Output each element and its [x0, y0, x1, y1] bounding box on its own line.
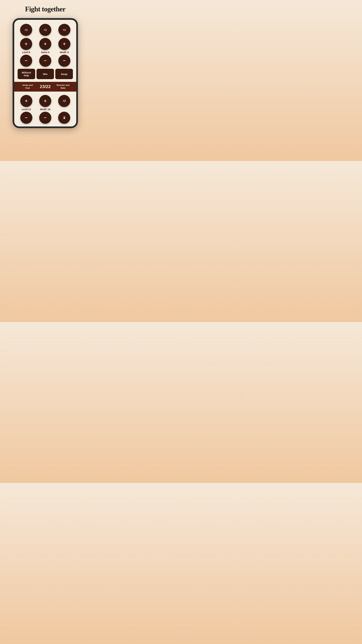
bottom-special-label — [64, 108, 64, 111]
level-minus-btn[interactable] — [20, 55, 32, 67]
plus-row: Level:9 Items:4 — [17, 38, 73, 67]
items-plus-icon — [44, 41, 46, 46]
bottom-col-special — [56, 95, 73, 124]
bottom-modif-label: Modif.:10 — [40, 108, 50, 111]
bottom-level-minus-icon — [25, 115, 27, 120]
items-x1-icon — [44, 28, 47, 32]
level-label: Level:9 — [22, 51, 30, 54]
bottom-modif-minus-icon — [44, 115, 46, 120]
items-minus-icon — [44, 58, 46, 64]
level-plus-icon — [25, 41, 27, 46]
level-x1-icon — [25, 28, 28, 32]
bottom-hourglass-btn[interactable] — [58, 112, 70, 124]
bottom-level-plus-btn[interactable] — [20, 95, 32, 107]
modif-multiplier-btn[interactable] — [58, 24, 70, 36]
bottom-level-plus-icon — [25, 98, 27, 104]
left-team-name: Jenka andVlad — [17, 84, 37, 90]
bottom-level-label: Level:12 — [22, 108, 31, 111]
col-level-ctrl: Level:9 — [17, 38, 35, 67]
modif-plus-btn[interactable] — [58, 38, 70, 50]
modif-minus-btn[interactable] — [58, 55, 70, 67]
bottom-modif-minus-btn[interactable] — [39, 112, 51, 124]
modif-plus-icon — [63, 41, 66, 46]
level-plus-btn[interactable] — [20, 38, 32, 50]
items-multiplier-btn[interactable] — [39, 24, 51, 36]
without-help-button[interactable]: Without help — [17, 69, 35, 79]
score-display: 23/22 — [37, 84, 53, 89]
top-panel: Level:9 Items:4 — [14, 20, 76, 82]
bottom-col-level: Level:12 — [17, 95, 35, 124]
level-minus-icon — [25, 58, 27, 64]
action-buttons-row: Without help Win Swap — [17, 69, 73, 79]
swap-button[interactable]: Swap — [55, 69, 73, 79]
level-multiplier-btn[interactable] — [20, 24, 32, 36]
bottom-modif-plus-btn[interactable] — [39, 95, 51, 107]
modif-minus-icon — [63, 58, 66, 64]
phone-device: Level:9 Items:4 — [12, 18, 78, 128]
right-team-name: Monster andMate — [53, 84, 73, 90]
bottom-controls-grid: Level:12 Modif.:10 — [17, 95, 73, 124]
score-bar: Jenka andVlad 23/22 Monster andMate — [14, 82, 76, 92]
col-modif-ctrl: Modif.:5 — [56, 38, 73, 67]
bottom-x2-btn[interactable] — [58, 95, 70, 107]
modif-x1-icon — [63, 28, 66, 32]
items-label: Items:4 — [41, 51, 49, 54]
page-title: Fight together — [25, 5, 65, 13]
items-minus-btn[interactable] — [39, 55, 51, 67]
items-plus-btn[interactable] — [39, 38, 51, 50]
bottom-modif-plus-icon — [44, 98, 46, 104]
col-items — [37, 24, 54, 36]
bottom-level-minus-btn[interactable] — [20, 112, 32, 124]
bottom-col-modif: Modif.:10 — [36, 95, 54, 124]
phone-screen: Level:9 Items:4 — [14, 20, 76, 126]
bottom-panel: Level:12 Modif.:10 — [14, 92, 76, 126]
col-items-ctrl: Items:4 — [37, 38, 54, 67]
win-button[interactable]: Win — [36, 69, 54, 79]
multiplier-row — [17, 24, 73, 36]
col-modif — [56, 24, 73, 36]
hourglass-icon — [63, 116, 65, 120]
modif-label: Modif.:5 — [60, 51, 69, 54]
x2-icon — [63, 100, 66, 102]
col-level — [17, 24, 35, 36]
